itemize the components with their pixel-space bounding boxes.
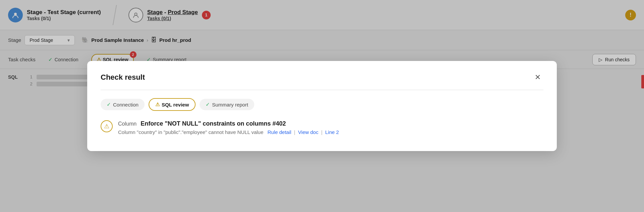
modal-connection-check-icon: ✓ — [107, 101, 111, 108]
alert-category: Column — [118, 121, 137, 127]
modal-sql-review-warn-icon: ⚠ — [155, 101, 160, 108]
modal-divider — [101, 90, 543, 90]
alert-title: Enforce "NOT NULL" constraints on column… — [141, 120, 286, 127]
modal-sql-review-label: SQL review — [162, 102, 189, 108]
alert-row: ⚠ Column Enforce "NOT NULL" constraints … — [101, 120, 543, 135]
view-doc-link[interactable]: View doc — [298, 129, 319, 135]
modal-connection-label: Connection — [113, 102, 139, 108]
rule-detail-link[interactable]: Rule detail — [267, 129, 291, 135]
modal-summary-check-icon: ✓ — [206, 101, 210, 108]
modal-overlay: Check result ✕ ✓ Connection ⚠ SQL review… — [0, 0, 644, 212]
line2-link[interactable]: Line 2 — [325, 129, 339, 135]
modal-close-button[interactable]: ✕ — [532, 72, 543, 83]
alert-content: Column Enforce "NOT NULL" constraints on… — [118, 120, 543, 135]
alert-desc-text: Column "country" in "public"."employee" … — [118, 129, 263, 135]
alert-description: Column "country" in "public"."employee" … — [118, 129, 543, 135]
modal-tab-sql-review[interactable]: ⚠ SQL review — [149, 98, 196, 111]
modal-tab-summary-report[interactable]: ✓ Summary report — [200, 99, 254, 110]
modal-summary-label: Summary report — [212, 102, 248, 108]
modal-header: Check result ✕ — [101, 72, 543, 83]
alert-warning-icon: ⚠ — [101, 120, 113, 132]
alert-title-row: Column Enforce "NOT NULL" constraints on… — [118, 120, 543, 127]
modal-tabs: ✓ Connection ⚠ SQL review ✓ Summary repo… — [101, 98, 543, 111]
modal-tab-connection[interactable]: ✓ Connection — [101, 99, 145, 110]
check-result-modal: Check result ✕ ✓ Connection ⚠ SQL review… — [87, 61, 557, 151]
modal-title: Check result — [101, 73, 145, 82]
